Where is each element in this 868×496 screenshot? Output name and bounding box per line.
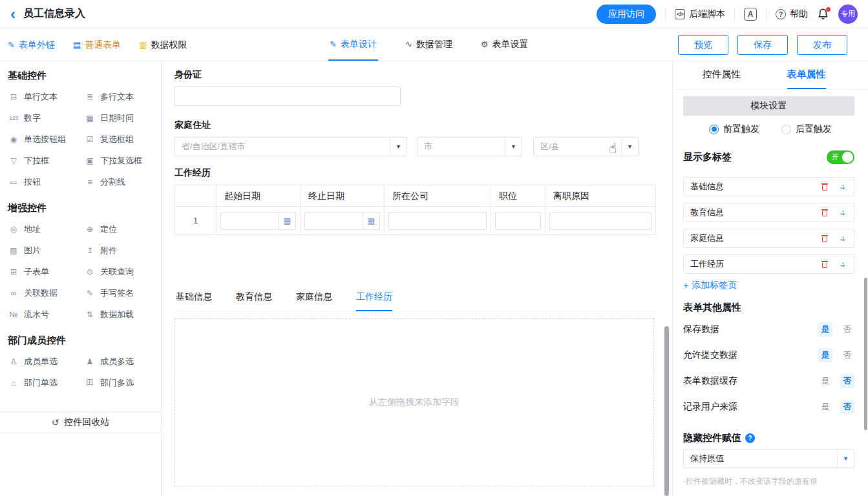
tab-form-properties[interactable]: 表单属性 — [764, 61, 849, 89]
tab-education-info[interactable]: 教育信息 — [236, 287, 272, 311]
palette-item-checkbox-group[interactable]: ☑复选框组 — [84, 129, 153, 150]
move-icon[interactable]: ↔↕ — [838, 208, 847, 217]
radio-post-trigger[interactable]: 后置触发 — [781, 123, 832, 135]
canvas-scrollbar[interactable] — [664, 326, 669, 496]
tab-work-history[interactable]: 工作经历 — [356, 287, 392, 311]
palette-item-single-line-text[interactable]: ⊟单行文本 — [8, 86, 84, 107]
yes-option[interactable]: 是 — [818, 322, 832, 336]
divider — [734, 8, 735, 20]
toolbar: ✎ 表单外链 ▤ 普通表单 ▥ 数据权限 ✎ 表单设计 ∿ 数据管理 ⚙ 表单设… — [0, 29, 868, 61]
language-icon[interactable]: A — [744, 8, 757, 21]
palette-item-serial-number[interactable]: №流水号 — [8, 304, 84, 325]
palette-item-button[interactable]: ▭按钮 — [8, 171, 84, 192]
palette-item-multi-select[interactable]: ▣下拉复选框 — [84, 150, 153, 171]
district-select[interactable]: 区/县 ▼ — [533, 137, 639, 156]
palette-item-location[interactable]: ⊕定位 — [84, 218, 153, 240]
tag-item-education-info: 教育信息 ↔↕ — [683, 203, 854, 222]
palette-item-radio-group[interactable]: ◉单选按钮组 — [8, 129, 84, 150]
palette-item-member-single[interactable]: ♙成员单选 — [8, 351, 84, 372]
palette-item-label: 日期时间 — [100, 112, 134, 124]
back-icon[interactable]: ‹ — [10, 8, 16, 21]
id-card-input[interactable] — [175, 87, 401, 106]
chevron-down-icon: ▼ — [621, 138, 638, 156]
move-icon[interactable]: ↔↕ — [838, 182, 847, 191]
calendar-icon[interactable]: ▦ — [363, 212, 380, 230]
publish-button[interactable]: 发布 — [797, 35, 847, 55]
palette-item-department-multi[interactable]: 田部门多选 — [84, 372, 153, 393]
image-icon: ▧ — [8, 246, 19, 255]
palette-item-department-single[interactable]: ⌂部门单选 — [8, 372, 84, 393]
delete-icon[interactable] — [821, 209, 828, 216]
help-button[interactable]: ? 帮助 — [776, 8, 808, 20]
palette-item-datetime[interactable]: ▦日期时间 — [84, 107, 153, 129]
section-title-basic: 基础控件 — [8, 70, 153, 82]
no-option[interactable]: 否 — [840, 322, 854, 336]
add-tab-button[interactable]: + 添加标签页 — [683, 280, 737, 291]
palette-item-member-multi[interactable]: ♟成员多选 — [84, 351, 153, 372]
palette-item-label: 单选按钮组 — [24, 134, 66, 145]
avatar[interactable]: 专用 — [838, 5, 858, 24]
tab-family-info[interactable]: 家庭信息 — [296, 287, 332, 311]
calendar-icon[interactable]: ▦ — [279, 212, 296, 230]
tab-form-settings[interactable]: ⚙ 表单设置 — [480, 29, 530, 61]
leave-reason-input[interactable] — [549, 212, 651, 230]
form-external-link[interactable]: ✎ 表单外链 — [8, 39, 55, 51]
end-date-input[interactable] — [304, 212, 363, 230]
palette-item-address[interactable]: ◎地址 — [8, 218, 84, 240]
delete-icon[interactable] — [821, 261, 828, 268]
palette-item-signature[interactable]: ✎手写签名 — [84, 282, 153, 304]
move-icon[interactable]: ↔↕ — [838, 234, 847, 243]
tab-data-management[interactable]: ∿ 数据管理 — [404, 29, 454, 61]
backend-script-button[interactable]: </> 后端脚本 — [675, 8, 725, 20]
palette-item-image[interactable]: ▧图片 — [8, 240, 84, 261]
control-recycle-bin[interactable]: ↺ 控件回收站 — [0, 411, 161, 433]
palette-item-multi-line-text[interactable]: ≣多行文本 — [84, 86, 153, 107]
move-icon[interactable]: ↔↕ — [838, 260, 847, 269]
company-input[interactable] — [388, 212, 487, 230]
multi-tag-toggle[interactable]: 开 — [827, 150, 854, 164]
palette-item-linked-data[interactable]: ∞关联数据 — [8, 282, 84, 304]
palette-item-divider[interactable]: ≡分割线 — [84, 171, 153, 192]
save-button[interactable]: 保存 — [737, 35, 788, 55]
palette-item-select[interactable]: ▽下拉框 — [8, 150, 84, 171]
field-id-card[interactable]: 身份证 — [175, 69, 401, 106]
control-palette: 基础控件 ⊟单行文本 ≣多行文本 123数字 ▦日期时间 ◉单选按钮组 ☑复选框… — [0, 61, 162, 496]
app-access-button[interactable]: 应用访问 — [597, 5, 656, 24]
palette-item-number[interactable]: 123数字 — [8, 107, 84, 129]
preview-button[interactable]: 预览 — [678, 35, 728, 55]
no-option[interactable]: 否 — [840, 400, 854, 414]
normal-form-link[interactable]: ▤ 普通表单 — [73, 39, 121, 51]
prop-save-data: 保存数据 是 否 — [683, 322, 854, 336]
tab-control-properties[interactable]: 控件属性 — [679, 61, 764, 89]
no-option[interactable]: 否 — [840, 348, 854, 362]
yes-option[interactable]: 是 — [818, 400, 832, 414]
no-option[interactable]: 否 — [840, 374, 854, 388]
field-work-history[interactable]: 工作经历 起始日期 终止日期 所在公司 职位 离职原因 1 ▦ — [175, 167, 656, 235]
module-settings-button[interactable]: 模块设置 — [683, 96, 854, 116]
palette-item-data-load[interactable]: ⇅数据加载 — [84, 304, 153, 325]
notification-bell-icon[interactable] — [817, 8, 829, 20]
palette-item-subform[interactable]: ⊞子表单 — [8, 261, 84, 282]
city-select[interactable]: 市 ▼ — [417, 137, 522, 156]
delete-icon[interactable] — [821, 183, 828, 191]
toggle-on-text: 开 — [832, 152, 839, 162]
button-icon: ▭ — [8, 178, 19, 187]
hidden-value-select[interactable]: 保持原值 ▼ — [683, 449, 854, 468]
drop-zone[interactable]: 从左侧拖拽来添加字段 — [175, 318, 654, 486]
province-select[interactable]: 省/自治区/直辖市 ▼ — [175, 137, 407, 156]
field-home-address[interactable]: 家庭住址 省/自治区/直辖市 ▼ 市 ▼ 区/县 ▼ — [175, 119, 639, 156]
help-icon[interactable]: ? — [745, 433, 755, 443]
tab-form-design[interactable]: ✎ 表单设计 — [328, 29, 378, 61]
delete-icon[interactable] — [821, 235, 828, 242]
radio-pre-trigger[interactable]: 前置触发 — [709, 123, 759, 135]
palette-item-attachment[interactable]: ↥附件 — [84, 240, 153, 261]
start-date-input[interactable] — [220, 212, 279, 230]
yes-option[interactable]: 是 — [818, 374, 832, 388]
tab-basic-info[interactable]: 基础信息 — [176, 287, 212, 311]
recycle-icon: ↺ — [52, 417, 59, 428]
yes-option[interactable]: 是 — [818, 348, 832, 362]
data-permission-link[interactable]: ▥ 数据权限 — [139, 39, 187, 51]
position-input[interactable] — [495, 212, 541, 230]
panel-scrollbar[interactable] — [864, 278, 867, 430]
palette-item-lookup[interactable]: ⊙关联查询 — [84, 261, 153, 282]
